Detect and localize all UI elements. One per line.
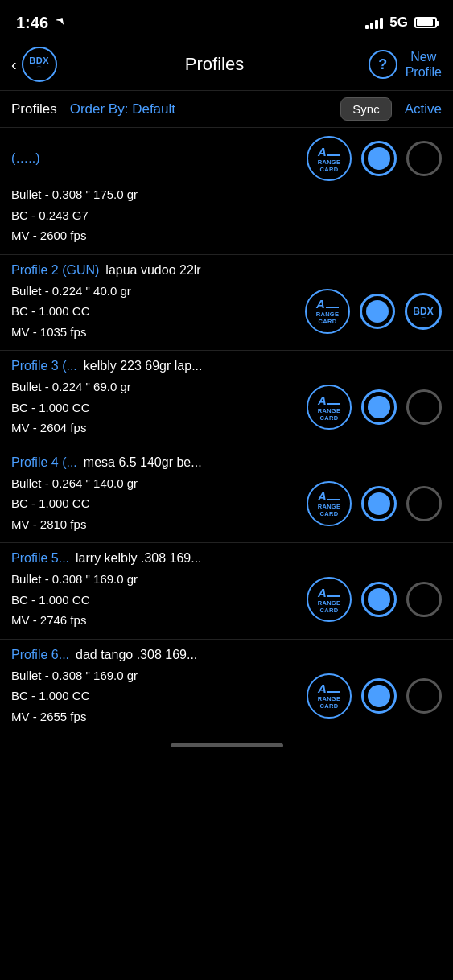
profile-details: Bullet - 0.264 " 140.0 gr BC - 1.000 CC …	[11, 473, 138, 535]
profile-list: (…..) A RANGECARD Bullet	[0, 128, 453, 735]
radio-inner	[368, 588, 390, 611]
range-card-button[interactable]: A RANGECARD	[307, 136, 352, 181]
new-profile-line1: New	[410, 49, 436, 64]
range-card-button[interactable]: A RANGECARD	[305, 289, 350, 334]
profile-select-radio[interactable]	[361, 141, 397, 176]
status-time: 1:46	[16, 14, 66, 32]
list-item: Profile 6... dad tango .308 169... Bulle…	[0, 640, 453, 736]
bc-info: BC - 1.000 CC	[11, 686, 138, 706]
profile-name[interactable]: Profile 5...	[11, 551, 69, 566]
profile-select-radio[interactable]	[360, 294, 395, 329]
profile-header: Profile 2 (GUN) lapua vudoo 22lr	[11, 263, 442, 278]
nav-right: ? New Profile	[337, 49, 442, 80]
range-card-a-icon: A	[318, 393, 327, 407]
profile-name[interactable]: Profile 3 (...	[11, 359, 77, 373]
bc-info: BC - 1.000 CC	[11, 493, 138, 514]
list-item: Profile 3 (... kelbly 223 69gr lap... Bu…	[0, 351, 453, 447]
radio-inner	[368, 396, 390, 418]
range-card-dash	[327, 403, 340, 405]
range-card-button[interactable]: A RANGECARD	[307, 385, 352, 430]
new-profile-button[interactable]: New Profile	[406, 49, 442, 80]
signal-bars	[365, 16, 383, 29]
profile-subtitle: dad tango .308 169...	[76, 648, 197, 662]
range-card-button[interactable]: A RANGECARD	[307, 577, 352, 622]
bdx-logo-text: BDX	[29, 56, 49, 65]
profile-header: Profile 4 (... mesa 6.5 140gr be...	[11, 455, 442, 470]
range-card-button[interactable]: A RANGECARD	[307, 673, 352, 719]
back-arrow[interactable]: ‹	[11, 56, 17, 74]
profile-header: (…..) A RANGECARD	[11, 136, 442, 181]
bullet-info: Bullet - 0.264 " 140.0 gr	[11, 473, 138, 494]
bdx-logo-arc: ⌒	[36, 65, 43, 73]
profile-active-radio[interactable]	[406, 141, 442, 176]
list-item: Profile 4 (... mesa 6.5 140gr be... Bull…	[0, 447, 453, 544]
toolbar: Profiles Order By: Default Sync Active	[0, 91, 453, 128]
radio-inner	[368, 685, 390, 707]
mv-info: MV - 2655 fps	[11, 706, 138, 727]
profile-active-radio[interactable]	[406, 678, 442, 714]
nav-header: ‹ BDX ⌒ Profiles ? New Profile	[0, 42, 453, 91]
home-bar	[171, 743, 283, 747]
bdx-active-badge[interactable]: BDX ⌒	[405, 293, 442, 330]
bullet-info: Bullet - 0.224 " 69.0 gr	[11, 377, 131, 397]
profile-controls: A RANGECARD	[307, 673, 442, 719]
network-type: 5G	[389, 14, 408, 31]
profile-active-radio[interactable]	[406, 486, 442, 521]
range-card-dash	[327, 691, 340, 693]
range-card-dash	[327, 499, 340, 500]
mv-info: MV - 2746 fps	[11, 610, 138, 631]
bc-info: BC - 1.000 CC	[11, 397, 131, 418]
toolbar-profiles-label[interactable]: Profiles	[11, 101, 57, 117]
radio-inner	[368, 492, 390, 515]
status-right: 5G	[365, 14, 437, 31]
profile-subtitle: larry kelbly .308 169...	[76, 551, 202, 566]
help-label: ?	[378, 56, 387, 73]
mv-info: MV - 2604 fps	[11, 418, 131, 439]
bullet-info: Bullet - 0.308 " 169.0 gr	[11, 569, 138, 590]
profile-controls: A RANGECARD BDX ⌒	[305, 289, 442, 334]
bullet-info: Bullet - 0.224 " 40.0 gr	[11, 281, 131, 302]
profile-name[interactable]: Profile 2 (GUN)	[11, 263, 99, 278]
bc-info: BC - 0.243 G7	[11, 205, 442, 226]
range-card-button[interactable]: A RANGECARD	[307, 481, 352, 526]
range-card-a-icon: A	[316, 297, 325, 311]
profile-name[interactable]: Profile 6...	[11, 648, 69, 662]
signal-bar-1	[365, 25, 369, 29]
profile-select-radio[interactable]	[361, 486, 397, 521]
profile-active-radio[interactable]	[406, 582, 442, 617]
range-card-dash	[327, 154, 340, 156]
time-display: 1:46	[16, 14, 48, 32]
list-item: Profile 5... larry kelbly .308 169... Bu…	[0, 543, 453, 640]
range-card-label: RANGECARD	[318, 159, 341, 173]
nav-title: Profiles	[92, 54, 337, 75]
profile-active-radio[interactable]	[406, 389, 442, 425]
toolbar-order-button[interactable]: Order By: Default	[70, 101, 175, 117]
bullet-info: Bullet - 0.308 " 169.0 gr	[11, 665, 138, 686]
bdx-badge-text: BDX	[413, 306, 433, 317]
bdx-logo[interactable]: BDX ⌒	[22, 47, 57, 82]
profile-name[interactable]: Profile 4 (...	[11, 455, 77, 470]
home-indicator	[0, 735, 453, 752]
battery-icon	[414, 17, 437, 28]
profile-select-radio[interactable]	[361, 389, 397, 425]
profile-subtitle: kelbly 223 69gr lap...	[84, 359, 203, 373]
bc-info: BC - 1.000 CC	[11, 590, 138, 611]
profile-details: Bullet - 0.224 " 69.0 gr BC - 1.000 CC M…	[11, 377, 131, 439]
toolbar-active-label[interactable]: Active	[405, 101, 442, 117]
sync-button[interactable]: Sync	[340, 97, 391, 121]
profile-select-radio[interactable]	[361, 678, 397, 714]
bullet-info: Bullet - 0.308 " 175.0 gr	[11, 184, 442, 205]
range-card-label: RANGECARD	[318, 407, 341, 422]
radio-inner	[368, 147, 390, 170]
profile-select-radio[interactable]	[361, 582, 397, 617]
range-card-label: RANGECARD	[316, 311, 340, 325]
new-profile-line2: Profile	[406, 64, 442, 80]
range-card-dash	[327, 595, 340, 597]
profile-header: Profile 5... larry kelbly .308 169...	[11, 551, 442, 566]
profile-name[interactable]: (…..)	[11, 151, 307, 166]
help-button[interactable]: ?	[369, 50, 397, 79]
range-card-label: RANGECARD	[318, 599, 341, 614]
list-item: Profile 2 (GUN) lapua vudoo 22lr Bullet …	[0, 255, 453, 352]
mv-info: MV - 2600 fps	[11, 225, 442, 246]
signal-bar-3	[375, 20, 378, 29]
